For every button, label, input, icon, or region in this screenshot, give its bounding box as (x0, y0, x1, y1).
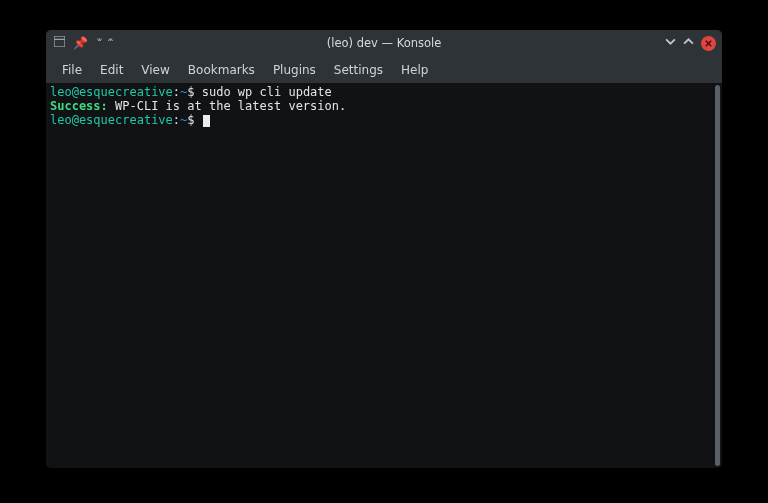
prompt-dollar: $ (187, 85, 201, 99)
menu-plugins[interactable]: Plugins (265, 60, 324, 80)
chevrons-up-icon[interactable]: ˄˄ (107, 38, 110, 49)
pin-icon[interactable]: 📌 (73, 37, 88, 49)
prompt-userhost: leo@esquecreative (50, 85, 173, 99)
prompt-colon: : (173, 85, 180, 99)
menu-file[interactable]: File (54, 60, 90, 80)
menu-bookmarks[interactable]: Bookmarks (180, 60, 263, 80)
menu-view[interactable]: View (133, 60, 177, 80)
close-icon[interactable] (701, 36, 716, 51)
menu-help[interactable]: Help (393, 60, 436, 80)
menu-settings[interactable]: Settings (326, 60, 391, 80)
titlebar-right-icons (665, 36, 722, 51)
titlebar[interactable]: 📌 ˅˅ ˄˄ (leo) dev — Konsole (46, 30, 722, 56)
menubar: File Edit View Bookmarks Plugins Setting… (46, 56, 722, 83)
konsole-window: 📌 ˅˅ ˄˄ (leo) dev — Konsole File Edit Vi… (46, 30, 722, 468)
svg-rect-0 (54, 36, 65, 47)
prompt-colon: : (173, 113, 180, 127)
success-message: WP-CLI is at the latest version. (108, 99, 346, 113)
window-title: (leo) dev — Konsole (46, 36, 722, 50)
success-label: Success: (50, 99, 108, 113)
menu-edit[interactable]: Edit (92, 60, 131, 80)
chevrons-down-icon[interactable]: ˅˅ (96, 38, 99, 49)
prompt-userhost: leo@esquecreative (50, 113, 173, 127)
cursor (203, 115, 210, 127)
app-menu-icon[interactable] (54, 36, 65, 50)
titlebar-left-icons: 📌 ˅˅ ˄˄ (46, 36, 110, 50)
minimize-icon[interactable] (665, 36, 676, 50)
maximize-icon[interactable] (683, 36, 694, 50)
command-text: sudo wp cli update (202, 85, 332, 99)
terminal[interactable]: leo@esquecreative:~$ sudo wp cli update … (46, 83, 712, 468)
prompt-dollar: $ (187, 113, 201, 127)
scrollbar[interactable] (712, 83, 722, 468)
scrollbar-thumb[interactable] (715, 85, 720, 466)
terminal-area: leo@esquecreative:~$ sudo wp cli update … (46, 83, 722, 468)
